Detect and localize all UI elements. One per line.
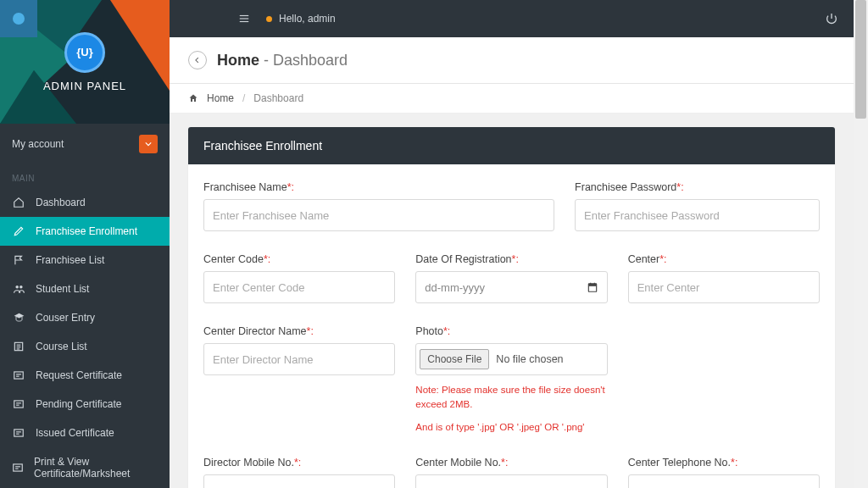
home-icon	[12, 197, 25, 208]
sidebar-item-label: Course List	[36, 341, 87, 352]
page-title-sub: Dashboard	[273, 52, 348, 69]
center-input[interactable]	[628, 271, 820, 303]
greeting: Hello, admin	[266, 13, 336, 25]
panel-franchisee-enrollment: Franchisee Enrollment Franchisee Name*: …	[188, 127, 835, 488]
sidebar-item-label: Couser Entry	[36, 312, 95, 324]
svg-rect-13	[14, 401, 24, 408]
photo-note-1: Note: Please make sure the file size doe…	[415, 383, 607, 413]
svg-point-5	[19, 286, 23, 289]
svg-rect-16	[14, 430, 24, 436]
sidebar-item-label: Dashboard	[36, 197, 86, 208]
sidebar-item-student-list[interactable]: Student List	[0, 274, 170, 303]
label-center-mobile: Center Mobile No.*:	[415, 457, 607, 469]
label-center-code: Center Code*:	[203, 253, 395, 265]
panel-body: Franchisee Name*: Franchisee Password*: …	[188, 164, 835, 488]
back-button[interactable]	[188, 51, 207, 69]
users-icon	[12, 283, 25, 295]
sidebar-item-issued-certificate[interactable]: Issued Certificate	[0, 419, 170, 447]
account-label: My account	[12, 138, 64, 150]
sidebar-item-franchisee-enrollment[interactable]: Franchisee Enrollment	[0, 217, 170, 246]
topbar: Hello, admin	[170, 0, 854, 37]
sidebar-item-print-view-certificate[interactable]: Print & View Certificate/Marksheet	[0, 447, 170, 488]
date-placeholder: dd-mm-yyyy	[425, 281, 485, 294]
label-center-telephone: Center Telephone No.*:	[628, 457, 820, 469]
calendar-icon	[587, 281, 598, 293]
label-date-of-registration: Date Of Registration*:	[415, 253, 607, 265]
menu-toggle-icon[interactable]	[237, 13, 251, 25]
sidebar-item-request-certificate[interactable]: Request Certificate	[0, 361, 170, 390]
main-column: Hello, admin Home - Dashboard Home / Das…	[170, 0, 854, 488]
file-status-text: No file chosen	[496, 353, 563, 365]
breadcrumb: Home / Dashboard	[170, 84, 854, 114]
page-scrollbar[interactable]	[854, 0, 868, 488]
page-title-sep: -	[259, 52, 273, 69]
center-director-name-input[interactable]	[203, 343, 395, 375]
sidebar-section-main: MAIN	[0, 164, 170, 188]
certificate-icon	[12, 427, 25, 439]
panel-title: Franchisee Enrollment	[188, 127, 835, 164]
svg-rect-10	[14, 372, 24, 379]
content-area: Franchisee Enrollment Franchisee Name*: …	[170, 114, 854, 488]
power-icon[interactable]	[825, 12, 838, 25]
sidebar-item-label: Issued Certificate	[36, 427, 114, 439]
edit-icon	[12, 225, 25, 237]
page-title-main: Home	[217, 52, 259, 69]
status-dot-icon	[266, 16, 272, 22]
sidebar-item-dashboard[interactable]: Dashboard	[0, 188, 170, 217]
center-code-input[interactable]	[203, 271, 395, 303]
page-title-bar: Home - Dashboard	[170, 37, 854, 84]
choose-file-button[interactable]: Choose File	[420, 349, 489, 369]
graduation-cap-icon	[12, 312, 25, 324]
franchisee-name-input[interactable]	[203, 199, 554, 231]
sidebar-item-pending-certificate[interactable]: Pending Certificate	[0, 390, 170, 419]
brand-title: ADMIN PANEL	[43, 80, 126, 92]
home-icon	[188, 93, 198, 103]
label-director-mobile: Director Mobile No.*:	[203, 457, 395, 469]
date-of-registration-input[interactable]: dd-mm-yyyy	[415, 271, 607, 303]
sidebar-item-label: Franchisee Enrollment	[36, 225, 137, 237]
account-toggle[interactable]: My account	[0, 124, 170, 164]
sidebar-nav: Dashboard Franchisee Enrollment Franchis…	[0, 188, 170, 488]
sidebar-item-label: Franchisee List	[36, 254, 104, 266]
photo-note-2: And is of type '.jpg' OR '.jpeg' OR '.pn…	[415, 420, 607, 435]
sidebar-item-label: Print & View Certificate/Marksheet	[34, 456, 158, 480]
list-icon	[12, 341, 25, 352]
center-mobile-input[interactable]	[415, 474, 607, 488]
sidebar-item-label: Student List	[36, 283, 89, 295]
photo-file-input[interactable]: Choose File No file chosen	[415, 343, 607, 375]
breadcrumb-sep: /	[242, 92, 245, 104]
flag-icon	[12, 254, 25, 266]
brand-logo: {U}	[64, 32, 105, 73]
label-franchisee-password: Franchisee Password*:	[575, 181, 820, 193]
sidebar-item-franchisee-list[interactable]: Franchisee List	[0, 246, 170, 274]
sidebar-item-label: Request Certificate	[36, 369, 122, 381]
svg-point-4	[15, 286, 19, 289]
chevron-down-icon	[139, 135, 158, 153]
svg-marker-2	[110, 0, 170, 91]
certificate-icon	[12, 369, 25, 381]
label-photo: Photo*:	[415, 325, 607, 337]
breadcrumb-home[interactable]: Home	[207, 92, 234, 104]
sidebar-item-course-entry[interactable]: Couser Entry	[0, 303, 170, 332]
sidebar-item-label: Pending Certificate	[36, 398, 121, 410]
svg-rect-19	[14, 464, 23, 471]
breadcrumb-current: Dashboard	[253, 92, 303, 104]
scrollbar-thumb[interactable]	[855, 0, 866, 119]
label-center-director-name: Center Director Name*:	[203, 325, 395, 337]
label-franchisee-name: Franchisee Name*:	[203, 181, 554, 193]
greeting-text: Hello, admin	[279, 13, 336, 25]
certificate-icon	[12, 462, 24, 474]
sidebar-item-course-list[interactable]: Course List	[0, 332, 170, 361]
sidebar: {U} ADMIN PANEL My account MAIN Dashboar…	[0, 0, 170, 488]
certificate-icon	[12, 398, 25, 410]
label-center: Center*:	[628, 253, 820, 265]
svg-rect-26	[588, 284, 596, 286]
director-mobile-input[interactable]	[203, 474, 395, 488]
center-telephone-input[interactable]	[628, 474, 820, 488]
franchisee-password-input[interactable]	[575, 199, 820, 231]
brand-chip	[0, 0, 37, 37]
